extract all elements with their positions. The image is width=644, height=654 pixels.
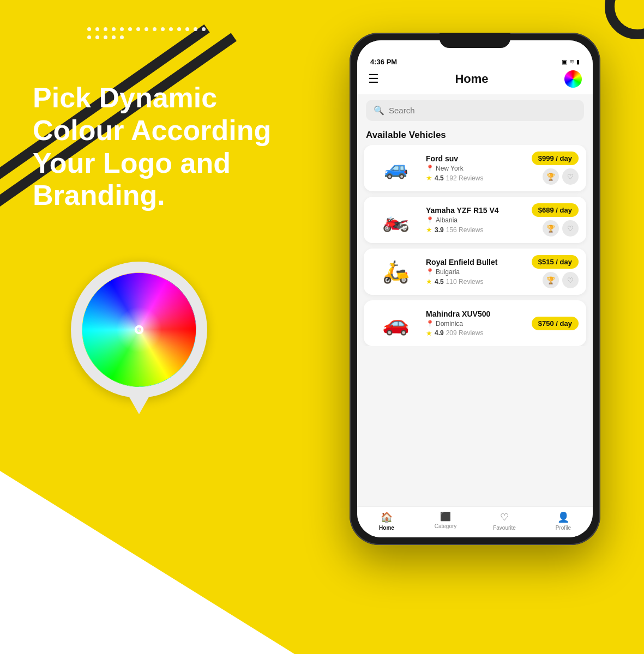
search-input[interactable]: [389, 106, 576, 115]
trophy-icon-0[interactable]: 🏆: [543, 168, 559, 185]
vehicle-location-3: 📍 Dominica: [426, 320, 526, 328]
profile-nav-icon: 👤: [557, 511, 569, 523]
profile-nav-label: Profile: [556, 525, 571, 531]
favorite-icon-0[interactable]: ♡: [562, 168, 579, 185]
location-pin-icon-2: 📍: [426, 268, 434, 276]
main-heading: Pick Dynamic Colour According Your Logo …: [33, 82, 294, 212]
phone-screen: 4:36 PM ▣ ≋ ▮ ☰ Home 🔍 A: [357, 40, 593, 537]
color-palette-button[interactable]: [564, 70, 582, 88]
left-panel: Pick Dynamic Colour According Your Logo …: [33, 82, 294, 212]
vehicle-name-0: Ford suv: [426, 154, 526, 163]
trophy-icon-2[interactable]: 🏆: [543, 272, 559, 288]
status-icons: ▣ ≋ ▮: [562, 58, 580, 65]
battery-icon: ▮: [576, 58, 580, 65]
phone-outer: 4:36 PM ▣ ≋ ▮ ☰ Home 🔍 A: [350, 33, 600, 545]
price-tag-2[interactable]: $515 / day: [532, 255, 579, 269]
vehicle-card-1[interactable]: 🏍️ Yamaha YZF R15 V4 📍 Albania ★ 3.9 156…: [364, 197, 586, 243]
favourite-nav-label: Favourite: [493, 525, 516, 531]
search-icon: 🔍: [374, 105, 384, 116]
star-icon-3: ★: [426, 329, 432, 337]
vehicle-info-3: Mahindra XUV500 📍 Dominica ★ 4.9 209 Rev…: [426, 310, 526, 337]
hamburger-icon: ☰: [368, 72, 379, 86]
signal-icon: ▣: [562, 58, 567, 65]
category-nav-icon: ⬛: [440, 511, 451, 522]
home-nav-icon: 🏠: [381, 511, 393, 523]
star-icon-0: ★: [426, 174, 432, 182]
nav-item-profile[interactable]: 👤 Profile: [534, 511, 593, 531]
vehicle-name-3: Mahindra XUV500: [426, 310, 526, 318]
vehicle-card-0[interactable]: 🚙 Ford suv 📍 New York ★ 4.5 192 Reviews: [364, 145, 586, 191]
vehicle-name-2: Royal Enfield Bullet: [426, 258, 526, 267]
vehicle-rating-0: ★ 4.5 192 Reviews: [426, 174, 526, 182]
category-nav-label: Category: [435, 523, 457, 529]
nav-item-favourite[interactable]: ♡ Favourite: [475, 511, 534, 531]
vehicle-location-1: 📍 Albania: [426, 216, 526, 224]
color-wheel-container[interactable]: [71, 262, 213, 425]
vehicle-image-3: 🚗: [371, 307, 420, 340]
vehicle-actions-3: $750 / day: [532, 317, 579, 330]
bg-white-triangle: [0, 392, 294, 654]
favourite-nav-icon: ♡: [500, 511, 509, 523]
vehicle-location-0: 📍 New York: [426, 165, 526, 172]
vehicle-actions-2: $515 / day 🏆 ♡: [532, 255, 579, 288]
price-tag-0[interactable]: $999 / day: [532, 152, 579, 165]
vehicle-image-2: 🛵: [371, 256, 420, 288]
home-nav-label: Home: [379, 525, 394, 531]
nav-item-category[interactable]: ⬛ Category: [416, 511, 475, 531]
price-tag-3[interactable]: $750 / day: [532, 317, 579, 330]
search-bar[interactable]: 🔍: [366, 100, 584, 121]
vehicle-rating-1: ★ 3.9 156 Reviews: [426, 226, 526, 234]
menu-button[interactable]: ☰: [368, 72, 379, 86]
app-title: Home: [455, 72, 488, 86]
app-header: ☰ Home: [357, 66, 593, 94]
vehicle-image-1: 🏍️: [371, 204, 420, 237]
favorite-icon-1[interactable]: ♡: [562, 220, 579, 237]
vehicle-rating-2: ★ 4.5 110 Reviews: [426, 277, 526, 286]
price-tag-1[interactable]: $689 / day: [532, 203, 579, 217]
section-title: Available Vehicles: [357, 126, 593, 145]
nav-item-home[interactable]: 🏠 Home: [357, 511, 416, 531]
vehicle-actions-1: $689 / day 🏆 ♡: [532, 203, 579, 237]
vehicle-info-0: Ford suv 📍 New York ★ 4.5 192 Reviews: [426, 154, 526, 182]
vehicles-list: 🚙 Ford suv 📍 New York ★ 4.5 192 Reviews: [357, 145, 593, 346]
dots-decoration: [87, 27, 207, 39]
location-pin-icon-0: 📍: [426, 165, 434, 172]
phone-notch: [440, 33, 510, 48]
star-icon-1: ★: [426, 226, 432, 234]
location-pin-icon-1: 📍: [426, 216, 434, 224]
favorite-icon-2[interactable]: ♡: [562, 272, 579, 288]
vehicle-info-2: Royal Enfield Bullet 📍 Bulgaria ★ 4.5 11…: [426, 258, 526, 286]
action-icons-0: 🏆 ♡: [543, 168, 579, 185]
star-icon-2: ★: [426, 277, 432, 286]
status-time: 4:36 PM: [370, 58, 397, 66]
color-wheel-center-dot: [136, 326, 142, 333]
vehicle-image-0: 🚙: [371, 152, 420, 185]
vehicle-name-1: Yamaha YZF R15 V4: [426, 206, 526, 215]
bottom-nav: 🏠 Home ⬛ Category ♡ Favourite 👤 Profile: [357, 506, 593, 537]
vehicle-card-2[interactable]: 🛵 Royal Enfield Bullet 📍 Bulgaria ★ 4.5 …: [364, 249, 586, 295]
vehicle-rating-3: ★ 4.9 209 Reviews: [426, 329, 526, 337]
wifi-icon: ≋: [569, 58, 574, 65]
color-wheel-bubble[interactable]: [71, 262, 207, 398]
action-icons-1: 🏆 ♡: [543, 220, 579, 237]
vehicle-info-1: Yamaha YZF R15 V4 📍 Albania ★ 3.9 156 Re…: [426, 206, 526, 234]
vehicle-location-2: 📍 Bulgaria: [426, 268, 526, 276]
action-icons-2: 🏆 ♡: [543, 272, 579, 288]
location-pin-icon-3: 📍: [426, 320, 434, 328]
vehicle-actions-0: $999 / day 🏆 ♡: [532, 152, 579, 185]
phone-mockup: 4:36 PM ▣ ≋ ▮ ☰ Home 🔍 A: [350, 33, 611, 621]
vehicle-card-3[interactable]: 🚗 Mahindra XUV500 📍 Dominica ★ 4.9 209 R…: [364, 300, 586, 346]
trophy-icon-1[interactable]: 🏆: [543, 220, 559, 237]
